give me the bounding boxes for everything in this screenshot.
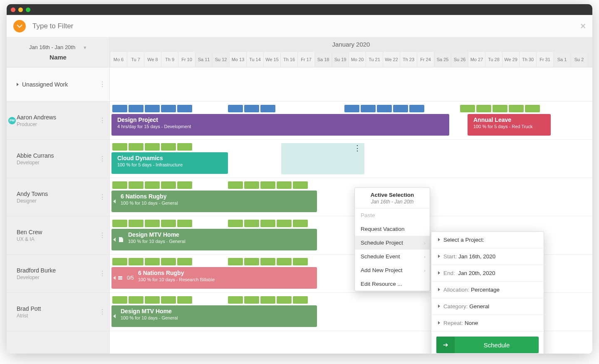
bar-six-nations-1[interactable]: 6 Nations Rugby 100 % for 10 days - Gene… xyxy=(111,191,317,212)
lane-unassigned[interactable] xyxy=(110,67,592,102)
traffic-zoom[interactable] xyxy=(26,7,30,12)
day-header: Th 16 xyxy=(280,52,297,67)
person-name: Bradford Burke xyxy=(17,267,56,274)
day-header: Tu 28 xyxy=(485,52,502,67)
filter-bar: × xyxy=(7,15,592,37)
day-header: We 15 xyxy=(263,52,280,67)
context-item-schedule-project[interactable]: Schedule Project› xyxy=(355,236,430,250)
context-item-schedule-event[interactable]: Schedule Event› xyxy=(355,250,430,263)
filter-input[interactable] xyxy=(32,22,580,30)
panel-end[interactable]: End: Jan 20th, 2020 xyxy=(431,265,544,282)
kebab-icon[interactable]: ⋮ xyxy=(99,84,105,85)
kebab-icon[interactable]: ⋮ xyxy=(99,311,105,313)
arrow-left-icon xyxy=(113,276,116,280)
bar-design-project[interactable]: Design Project 4 hrs/day for 15 days - D… xyxy=(111,114,449,136)
person-name: Abbie Currans xyxy=(17,152,54,159)
bar-title: Design MTV Home xyxy=(121,308,313,314)
context-menu-title: Active Selection xyxy=(355,188,430,199)
bar-title: Design MTV Home xyxy=(128,231,313,238)
person-role: Producer xyxy=(17,121,56,127)
context-item-request-vacation[interactable]: Request Vacation xyxy=(355,222,430,236)
pm-badge-icon: PM xyxy=(8,117,16,124)
panel-repeat[interactable]: Repeat: None xyxy=(431,315,544,332)
person-row[interactable]: Andy TownsDesigner ⋮ xyxy=(7,178,109,216)
day-header: Th 30 xyxy=(519,52,536,67)
day-header: Tu 14 xyxy=(246,52,263,67)
kebab-icon[interactable]: ⋮ xyxy=(99,158,105,160)
person-row[interactable]: Brad PottAtrist ⋮ xyxy=(7,293,109,331)
traffic-close[interactable] xyxy=(11,7,15,12)
bar-title: 6 Nations Rugby xyxy=(138,270,313,276)
day-header: Th 9 xyxy=(161,52,178,67)
kebab-icon[interactable]: ⋮ xyxy=(99,120,105,121)
selection-box[interactable]: ⋮ xyxy=(281,143,364,174)
person-role: Developer xyxy=(17,160,54,166)
context-menu-subtitle: Jan 16th - Jan 20th xyxy=(355,199,430,208)
bar-annual-leave[interactable]: Annual Leave 100 % for 5 days - Red Truc… xyxy=(468,114,551,136)
bar-six-nations-2[interactable]: 0/5 6 Nations Rugby 100 % for 10 days - … xyxy=(111,267,317,289)
panel-category[interactable]: Category: General xyxy=(431,298,544,315)
day-header: Mo 27 xyxy=(468,52,485,67)
bar-cloud-dynamics[interactable]: Cloud Dynamics 100 % for 5 days - Infras… xyxy=(111,152,228,174)
person-row[interactable]: Bradford BurkeDeveloper ⋮ xyxy=(7,255,109,293)
day-header: Fr 31 xyxy=(536,52,553,67)
day-header: Su 26 xyxy=(451,52,468,67)
chevron-right-icon xyxy=(438,271,440,275)
panel-select-project[interactable]: Select a Project: xyxy=(431,232,544,248)
context-item-add-new-project[interactable]: Add New Project› xyxy=(355,263,430,277)
chevron-right-icon xyxy=(438,238,440,241)
day-header: Mo 13 xyxy=(229,52,246,67)
context-menu: Active Selection Jan 16th - Jan 20th Pas… xyxy=(354,187,430,291)
unassigned-row[interactable]: Unassigned Work ⋮ xyxy=(7,67,109,102)
day-header: Fr 24 xyxy=(417,52,434,67)
timeline[interactable]: January 2020 Mo 6Tu 7We 8Th 9Fr 10Sa 11S… xyxy=(110,37,592,354)
bar-design-mtv-1[interactable]: Design MTV Home 100 % for 10 days - Gene… xyxy=(111,229,317,250)
kebab-icon[interactable]: ⋮ xyxy=(99,273,105,275)
chevron-right-icon: › xyxy=(424,254,426,259)
person-name: Aaron Andrews xyxy=(17,114,56,121)
traffic-minimize[interactable] xyxy=(18,7,23,12)
kebab-icon[interactable]: ⋮ xyxy=(99,196,105,198)
person-name: Brad Pott xyxy=(17,305,41,312)
chevron-right-icon: › xyxy=(424,268,426,273)
bar-subtitle: 4 hrs/day for 15 days - Development xyxy=(117,124,445,129)
person-row[interactable]: PM Aaron AndrewsProducer ⋮ xyxy=(7,102,109,140)
day-header: Sa 11 xyxy=(195,52,212,67)
panel-allocation[interactable]: Allocation: Percentage xyxy=(431,282,544,298)
chevron-right-icon xyxy=(438,255,440,258)
lane-abbie[interactable]: Cloud Dynamics 100 % for 5 days - Infras… xyxy=(110,140,592,178)
person-row[interactable]: Abbie CurransDeveloper ⋮ xyxy=(7,140,109,178)
person-row[interactable]: Ben CrewUX & IA ⋮ xyxy=(7,216,109,255)
expand-icon[interactable] xyxy=(17,83,19,86)
close-icon[interactable]: × xyxy=(580,21,586,32)
bar-subtitle: 100 % for 10 days - General xyxy=(128,239,313,244)
lane-andy[interactable]: 6 Nations Rugby 100 % for 10 days - Gene… xyxy=(110,178,592,216)
month-label: January 2020 xyxy=(110,41,592,48)
person-role: UX & IA xyxy=(17,236,42,242)
kebab-icon[interactable]: ⋮ xyxy=(354,147,361,149)
bar-title: Design Project xyxy=(117,116,445,123)
context-item-paste: Paste xyxy=(355,208,430,222)
day-header: Sa 1 xyxy=(553,52,570,67)
day-header: Su 12 xyxy=(212,52,229,67)
arrow-right-icon: ➔ xyxy=(436,337,455,353)
name-column-header: Name xyxy=(7,54,109,61)
day-header: Tu 21 xyxy=(366,52,383,67)
person-role: Developer xyxy=(17,275,56,280)
context-item-edit-resource[interactable]: Edit Resource ... xyxy=(355,277,430,291)
day-header: Su 2 xyxy=(570,52,587,67)
day-header: Su 19 xyxy=(332,52,349,67)
bar-subtitle: 100 % for 10 days - Research Billable xyxy=(138,277,313,282)
date-range-picker[interactable]: Jan 16th - Jan 20th▼ xyxy=(7,44,109,50)
day-header: Mo 20 xyxy=(349,52,366,67)
bar-design-mtv-2[interactable]: Design MTV Home 100 % for 10 days - Gene… xyxy=(111,305,317,327)
bar-subtitle: 100 % for 5 days - Infrastructure xyxy=(117,162,224,167)
bar-title: Annual Leave xyxy=(473,116,547,123)
lane-aaron[interactable]: Design Project 4 hrs/day for 15 days - D… xyxy=(110,102,592,140)
schedule-button[interactable]: ➔ Schedule xyxy=(436,337,539,353)
kebab-icon[interactable]: ⋮ xyxy=(99,235,105,236)
panel-start[interactable]: Start: Jan 16th, 2020 xyxy=(431,248,544,265)
day-header: Fr 17 xyxy=(297,52,314,67)
day-header: We 29 xyxy=(502,52,519,67)
day-header: We 8 xyxy=(144,52,161,67)
